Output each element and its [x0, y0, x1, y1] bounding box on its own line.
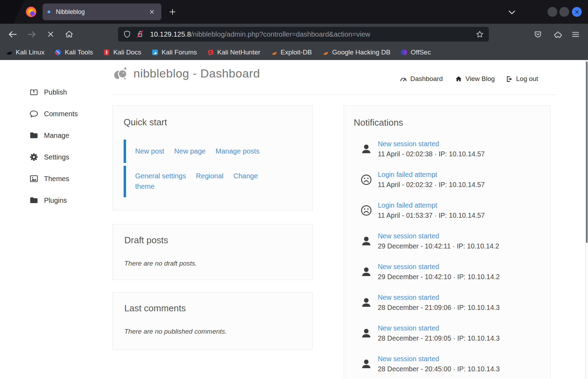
- tab-bar: Nibbleblog: [0, 0, 588, 24]
- bookmark-label: Kali Linux: [16, 49, 44, 56]
- bookmark-kali-docs[interactable]: Kali Docs: [103, 49, 141, 56]
- back-button[interactable]: [7, 29, 18, 40]
- sidebar-item-manage[interactable]: Manage: [29, 125, 78, 146]
- window-maximize-button[interactable]: [559, 7, 569, 17]
- bookmark-star-icon[interactable]: [476, 30, 484, 38]
- url-text: 10.129.125.8/nibbleblog/admin.php?contro…: [150, 30, 370, 38]
- frown-face-icon: [360, 174, 372, 186]
- url-bar[interactable]: 10.129.125.8/nibbleblog/admin.php?contro…: [118, 27, 489, 42]
- nibbleblog-squirrel-logo: [113, 66, 128, 81]
- sidebar-item-settings[interactable]: Settings: [29, 146, 78, 168]
- notification-item: New session started 28 December - 21:09:…: [354, 293, 542, 312]
- list-tabs-chevron-icon[interactable]: [508, 8, 516, 16]
- user-icon: [360, 235, 372, 247]
- user-icon: [360, 266, 372, 278]
- bookmark-label: Kali Docs: [113, 49, 141, 56]
- notification-link[interactable]: Login failed attempt: [378, 171, 485, 179]
- browser-window: Nibbleblog 10.129.125.8/nibbleblog/admin…: [0, 0, 588, 379]
- sidebar-item-publish[interactable]: Publish: [29, 81, 78, 103]
- notification-link[interactable]: New session started: [378, 293, 500, 302]
- frown-face-icon: [360, 205, 372, 216]
- forward-button[interactable]: [26, 29, 37, 40]
- quick-start-posts-group: New post New page Manage posts: [124, 140, 270, 163]
- draft-posts-empty-text: There are no draft posts.: [124, 260, 313, 267]
- home-button[interactable]: [64, 29, 75, 40]
- nav-view-blog-link[interactable]: View Blog: [455, 74, 495, 83]
- admin-sidebar: Publish Comments Manage Settings Themes …: [29, 81, 78, 211]
- folder-icon: [29, 196, 38, 205]
- bookmark-label: Kali Forums: [162, 49, 197, 56]
- insecure-connection-lock-icon[interactable]: [136, 30, 144, 38]
- notifications-title: Notifications: [354, 117, 542, 128]
- notification-meta: 29 December - 10:42:10 · IP: 10.10.14.2: [378, 273, 500, 281]
- bookmark-exploit-db[interactable]: Exploit-DB: [271, 49, 312, 56]
- bookmark-label: Kali Tools: [65, 49, 93, 56]
- page-content: Publish Comments Manage Settings Themes …: [0, 60, 588, 379]
- tracking-protection-shield-icon[interactable]: [123, 30, 131, 38]
- nav-dashboard-link[interactable]: Dashboard: [400, 74, 443, 83]
- nav-logout-link[interactable]: Log out: [506, 74, 538, 83]
- sidebar-item-themes[interactable]: Themes: [29, 168, 78, 190]
- bookmark-kali-linux[interactable]: Kali Linux: [6, 49, 44, 56]
- sidebar-item-label: Plugins: [44, 196, 67, 205]
- bookmark-kali-tools[interactable]: Kali Tools: [54, 49, 93, 56]
- stop-button[interactable]: [45, 29, 56, 40]
- sidebar-item-comments[interactable]: Comments: [29, 103, 78, 125]
- notification-meta: 28 December - 21:09:06 · IP: 10.10.14.3: [378, 304, 500, 312]
- window-minimize-button[interactable]: [547, 7, 557, 17]
- regional-link[interactable]: Regional: [196, 172, 223, 180]
- extensions-puzzle-icon[interactable]: [552, 29, 563, 40]
- sidebar-item-plugins[interactable]: Plugins: [29, 190, 78, 211]
- manage-posts-link[interactable]: Manage posts: [215, 147, 259, 155]
- notification-meta: 28 December - 20:45:00 · IP: 10.10.14.3: [378, 365, 500, 373]
- bookmark-label: Kali NetHunter: [217, 49, 260, 56]
- new-page-link[interactable]: New page: [174, 147, 206, 155]
- bookmark-kali-forums[interactable]: Kali Forums: [152, 49, 197, 56]
- bookmark-offsec[interactable]: OffSec: [400, 49, 431, 56]
- page-header: nibbleblog - Dashboard: [113, 66, 260, 81]
- nav-label: Dashboard: [410, 75, 443, 83]
- quick-start-card: Quick start New post New page Manage pos…: [112, 105, 313, 210]
- url-path: /nibbleblog/admin.php?controller=dashboa…: [191, 30, 370, 38]
- bookmark-google-hacking-db[interactable]: Google Hacking DB: [322, 49, 390, 56]
- notification-link[interactable]: New session started: [378, 355, 500, 363]
- user-icon: [360, 297, 372, 309]
- new-post-link[interactable]: New post: [135, 147, 164, 155]
- new-tab-button[interactable]: [168, 7, 177, 17]
- url-host: 10.129.125.8: [150, 30, 191, 38]
- kali-nethunter-icon: [207, 49, 214, 56]
- window-close-button[interactable]: [572, 7, 582, 17]
- bookmark-kali-nethunter[interactable]: Kali NetHunter: [207, 49, 260, 56]
- notification-meta: 29 December - 10:42:11 · IP: 10.10.14.2: [378, 242, 499, 250]
- bookmark-label: Exploit-DB: [281, 49, 312, 56]
- bookmarks-toolbar: Kali Linux Kali Tools Kali Docs Kali For…: [0, 45, 588, 60]
- sidebar-item-label: Manage: [44, 132, 69, 140]
- sidebar-item-label: Publish: [44, 88, 67, 96]
- sign-out-icon: [506, 75, 513, 83]
- tab-title: Nibbleblog: [56, 8, 147, 16]
- bookmark-label: OffSec: [411, 49, 431, 56]
- general-settings-link[interactable]: General settings: [135, 172, 186, 180]
- google-hacking-db-icon: [322, 49, 329, 56]
- notification-link[interactable]: New session started: [378, 263, 500, 271]
- kali-tools-icon: [54, 49, 61, 56]
- notifications-list: New session started 11 April - 02:02:38 …: [354, 140, 542, 373]
- tachometer-icon: [400, 75, 407, 83]
- notification-link[interactable]: New session started: [378, 140, 485, 148]
- notification-item: New session started 29 December - 10:42:…: [354, 263, 542, 281]
- pocket-icon[interactable]: [532, 29, 543, 40]
- quick-start-title: Quick start: [124, 117, 313, 128]
- notification-link[interactable]: New session started: [378, 232, 499, 240]
- notification-item: New session started 11 April - 02:02:38 …: [354, 140, 542, 158]
- page-scrollbar-thumb[interactable]: [586, 61, 588, 243]
- tab-close-icon[interactable]: [147, 7, 156, 16]
- kali-docs-icon: [103, 49, 110, 56]
- hamburger-menu-icon[interactable]: [570, 29, 581, 40]
- notification-link[interactable]: New session started: [378, 324, 500, 332]
- gear-icon: [29, 153, 38, 162]
- notification-link[interactable]: Login failed attempt: [378, 201, 485, 209]
- nav-label: Log out: [516, 75, 538, 83]
- offsec-icon: [400, 49, 407, 56]
- firefox-icon[interactable]: [26, 7, 36, 17]
- browser-tab[interactable]: Nibbleblog: [43, 3, 161, 20]
